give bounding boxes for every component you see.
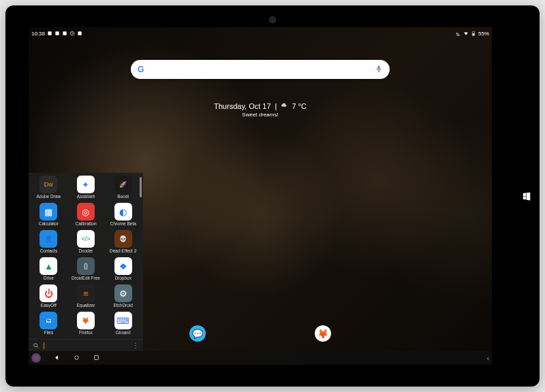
search-icon[interactable] [33,340,40,352]
google-search-bar[interactable]: G [131,60,390,79]
app-label: DroidEdit Free [72,276,100,280]
app-icon: {} [77,257,95,275]
app-boost[interactable]: 🚀Boost [104,176,142,201]
app-contacts[interactable]: 👤Contacts [30,230,67,256]
voice-search-icon[interactable] [375,63,383,76]
app-label: Dropbox [114,276,131,280]
app-adobe-draw[interactable]: DwAdobe Draw [30,176,67,201]
notification-icon [47,31,52,36]
app-easyoff[interactable]: ⏻EasyOff [30,284,67,310]
back-button[interactable] [53,352,61,364]
app-drawer[interactable]: DwAdobe Draw✦Assistant🚀Boost▦Calculator◎… [29,173,143,351]
app-calibration[interactable]: ◎Calibration [67,203,105,229]
notification-icon [77,31,82,36]
search-cursor[interactable] [44,342,44,349]
app-label: Assistant [77,194,95,199]
app-droidedit-free[interactable]: {}DroidEdit Free [67,257,105,283]
widget-subtitle: Sweet dreams! [214,112,307,118]
svg-line-11 [37,346,38,348]
app-icon: ◐ [114,203,132,220]
screen: 10:38 55% G [29,27,492,365]
notification-icon [62,31,67,36]
scrollbar-thumb[interactable] [140,177,142,197]
app-drive[interactable]: ▲Drive [30,257,67,283]
windows-logo[interactable] [522,191,531,201]
cloud-icon [281,102,287,110]
svg-rect-2 [63,31,66,35]
tablet-frame: 10:38 55% G [5,5,540,387]
drawer-footer: ⋮ [29,339,143,351]
svg-point-12 [75,356,79,360]
app-etchdroid[interactable]: ⚙EtchDroid [104,284,142,310]
app-chrome-beta[interactable]: ◐Chrome Beta [104,203,142,229]
app-icon: 🦊 [77,312,95,329]
more-icon[interactable]: ⋮ [132,342,139,349]
expand-arrow-icon[interactable]: ‹ [487,355,489,362]
svg-rect-0 [48,31,51,35]
app-label: Dead Effect 2 [110,248,136,253]
app-label: Gboard [116,330,131,335]
app-label: Equalizer [76,303,95,308]
app-icon: </> [77,230,95,248]
battery-icon [471,31,476,36]
svg-rect-1 [55,31,59,35]
date-weather-widget[interactable]: Thursday, Oct 17 | 7 °C Sweet dreams! [214,102,307,118]
app-files[interactable]: 🗂Files [30,312,67,338]
svg-rect-4 [78,31,81,35]
app-gboard[interactable]: ⌨Gboard [104,312,142,338]
app-icon: ⏻ [40,284,57,302]
navigation-bar: ‹ [29,351,492,365]
recent-apps-button[interactable] [93,352,100,364]
clock-icon [69,31,75,36]
app-equalizer[interactable]: ≡Equalizer [67,284,105,310]
app-icon: 💀 [114,230,132,248]
app-icon: ▲ [40,257,57,275]
app-dcoder[interactable]: </>Dcoder [67,230,105,256]
separator: | [275,102,277,110]
app-icon: 🗂 [40,312,57,329]
app-icon: 👤 [40,230,57,248]
date-text: Thursday, Oct 17 [214,102,271,110]
wifi-icon [463,31,469,36]
temperature-text: 7 °C [292,102,307,110]
svg-rect-6 [473,33,475,35]
app-icon: ◎ [77,203,95,220]
app-firefox[interactable]: 🦊Firefox [67,312,105,338]
app-icon: Dw [40,176,57,193]
home-button[interactable] [73,352,80,364]
app-label: Adobe Draw [36,194,61,199]
app-label: EasyOff [41,303,57,308]
google-g-icon: G [138,65,144,74]
app-icon: ≡ [77,284,95,302]
svg-rect-13 [95,356,99,360]
app-label: EtchDroid [113,303,133,308]
status-time: 10:38 [31,31,45,37]
svg-rect-7 [378,66,380,70]
app-label: Calculator [39,221,59,226]
app-label: Calibration [75,221,96,226]
messages-app[interactable]: 💬 [189,325,206,342]
app-label: Files [44,330,53,335]
app-icon: 🚀 [114,176,132,193]
firefox-app[interactable]: 🦊 [315,325,331,342]
app-label: Contacts [40,248,58,253]
app-label: Firefox [79,330,93,335]
app-icon: ✦ [77,176,95,193]
app-icon: ❖ [114,257,132,275]
battery-percent: 55% [478,31,489,37]
launcher-icon[interactable] [31,353,41,363]
app-label: Drive [44,276,54,280]
app-calculator[interactable]: ▦Calculator [30,203,67,229]
app-icon: ▦ [40,203,57,220]
dock: 💬🦊 [189,325,331,342]
svg-point-10 [34,343,37,346]
app-assistant[interactable]: ✦Assistant [67,176,105,201]
app-icon: ⚙ [114,284,132,302]
notification-icon [54,31,60,36]
front-camera [269,16,276,23]
app-label: Dcoder [79,248,93,253]
app-label: Boost [117,194,129,199]
app-dropbox[interactable]: ❖Dropbox [104,257,142,283]
app-dead-effect-2[interactable]: 💀Dead Effect 2 [104,230,142,256]
cast-icon [456,31,461,36]
